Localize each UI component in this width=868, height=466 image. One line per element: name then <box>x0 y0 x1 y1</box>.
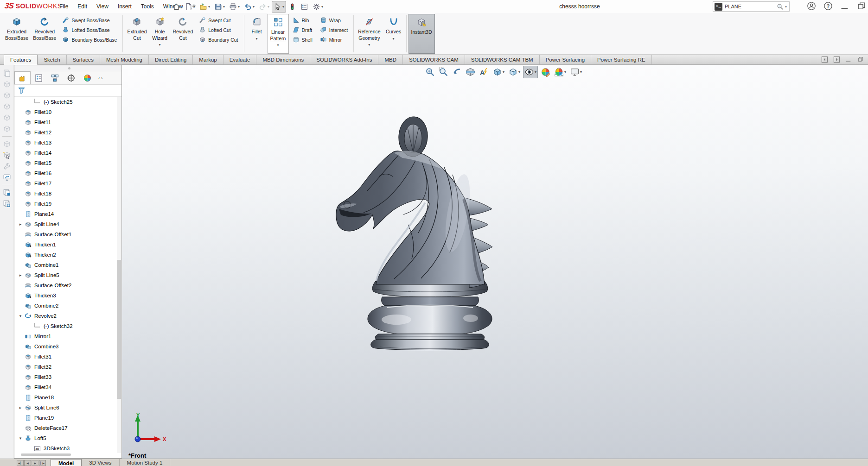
swept-cut-button[interactable]: Swept Cut <box>198 15 239 25</box>
select-cursor-button[interactable]: ▾ <box>272 1 286 13</box>
tab-mesh-modeling[interactable]: Mesh Modeling <box>100 55 149 64</box>
wrench-tool-button[interactable] <box>1 161 13 172</box>
undo-button[interactable]: ▾ <box>242 1 256 13</box>
tab-power-surfacing[interactable]: Power Surfacing <box>540 55 591 64</box>
intersect-button[interactable]: Intersect <box>319 25 349 35</box>
tab-sketch[interactable]: Sketch <box>38 55 66 64</box>
next-study-button[interactable]: ▶ <box>32 460 38 466</box>
instant3d-button[interactable]: Instant3D <box>408 14 435 54</box>
tree-item-combine2[interactable]: Combine2 <box>14 301 121 311</box>
bottom-tab-3d-views[interactable]: 3D Views <box>82 459 119 466</box>
tab-surfaces[interactable]: Surfaces <box>67 55 100 64</box>
tree-item-fillet10[interactable]: Fillet10 <box>14 107 121 117</box>
display-style-button[interactable]: ▾ <box>507 66 521 78</box>
dropdown-caret[interactable]: ▾ <box>535 70 536 74</box>
extruded-boss-button[interactable]: Extruded Boss/Base <box>3 14 31 54</box>
bottom-tab-model[interactable]: Model <box>51 459 82 466</box>
pages-tool-button[interactable] <box>1 68 13 79</box>
tree-item-surface-offset1[interactable]: Surface-Offset1 <box>14 229 121 239</box>
tab-mbd-dimensions[interactable]: MBD Dimensions <box>256 55 310 64</box>
tree-item-thicken1[interactable]: Thicken1 <box>14 239 121 250</box>
collapse-left-button[interactable] <box>821 56 828 63</box>
tree-item-fillet32[interactable]: Fillet32 <box>14 362 121 372</box>
curves-button[interactable]: Curves▾ <box>383 14 404 54</box>
tree-item-split-line5[interactable]: ▸Split Line5 <box>14 270 121 280</box>
tree-item-thicken3[interactable]: Thicken3 <box>14 290 121 301</box>
dropdown-caret[interactable]: ▾ <box>518 70 520 74</box>
new-document-button[interactable]: ▾ <box>183 1 197 13</box>
cube-tool-button[interactable] <box>1 101 13 112</box>
tree-item-fillet15[interactable]: Fillet15 <box>14 158 121 168</box>
rib-button[interactable]: Rib <box>291 15 314 25</box>
tree-item-fillet18[interactable]: Fillet18 <box>14 189 121 199</box>
tree-item-fillet33[interactable]: Fillet33 <box>14 372 121 382</box>
expanded-arrow-icon[interactable]: ▾ <box>17 314 24 318</box>
boundary-boss-button[interactable]: Boundary Boss/Base <box>61 35 118 44</box>
menu-tools[interactable]: Tools <box>136 1 159 12</box>
dropdown-caret[interactable]: ▾ <box>223 5 225 9</box>
tab-power-surfacing-re[interactable]: Power Surfacing RE <box>591 55 652 64</box>
tree-item-plane18[interactable]: Plane18 <box>14 392 121 403</box>
layers-alt-tool-button[interactable] <box>1 198 13 209</box>
dropdown-caret[interactable]: ▾ <box>268 5 269 9</box>
flyout-caret[interactable]: ▾ <box>159 41 160 47</box>
tree-item-fillet12[interactable]: Fillet12 <box>14 127 121 138</box>
tab-solidworks-cam-tbm[interactable]: SOLIDWORKS CAM TBM <box>465 55 540 64</box>
tab-mbd[interactable]: MBD <box>378 55 403 64</box>
dropdown-caret[interactable]: ▾ <box>321 5 323 9</box>
tree-item-split-line4[interactable]: ▸Split Line4 <box>14 219 121 229</box>
edit-appearance-button[interactable] <box>540 66 551 78</box>
cube-tool-button[interactable] <box>1 79 13 90</box>
tree-item-combine3[interactable]: Combine3 <box>14 341 121 352</box>
tree-filter-row[interactable] <box>14 85 121 97</box>
panel-tab-configurations[interactable] <box>47 71 63 84</box>
hide-show-items-button[interactable]: ▾ <box>523 66 538 78</box>
cube-tool-button[interactable] <box>1 123 13 134</box>
cube-tool-button[interactable] <box>1 139 13 150</box>
home-button[interactable] <box>171 1 182 13</box>
revolved-boss-button[interactable]: Revolved Boss/Base <box>31 14 58 54</box>
previous-view-button[interactable] <box>451 66 463 78</box>
filter-funnel-icon[interactable] <box>18 87 26 94</box>
linear-pattern-button[interactable]: Linear Pattern▾ <box>268 14 289 54</box>
selection-filter-button[interactable] <box>287 1 298 13</box>
fillet-button[interactable]: Fillet▾ <box>246 14 268 54</box>
dropdown-caret[interactable]: ▾ <box>564 70 566 74</box>
tree-item-revolve2[interactable]: ▾Revolve2 <box>14 311 121 321</box>
tree-item-fillet31[interactable]: Fillet31 <box>14 352 121 362</box>
panel-tab-dimxpert[interactable] <box>63 71 79 84</box>
monitor-tool-button[interactable] <box>1 172 13 183</box>
open-button[interactable]: ▾ <box>198 1 212 13</box>
reference-geometry-button[interactable]: Reference Geometry▾ <box>356 14 383 54</box>
tree-item-plane19[interactable]: Plane19 <box>14 413 121 423</box>
previous-study-button[interactable]: ◀ <box>24 460 31 466</box>
revolved-cut-button[interactable]: Revolved Cut <box>171 14 196 54</box>
swept-boss-button[interactable]: Swept Boss/Base <box>61 15 118 25</box>
collapse-right-button[interactable] <box>833 56 840 63</box>
collapsed-arrow-icon[interactable]: ▸ <box>17 405 24 410</box>
tree-item-thicken2[interactable]: Thicken2 <box>14 250 121 260</box>
minimize-button[interactable] <box>840 1 849 11</box>
hole-wizard-button[interactable]: Hole Wizard▾ <box>149 14 171 54</box>
tree-item-fillet17[interactable]: Fillet17 <box>14 178 121 189</box>
tree-item-fillet14[interactable]: Fillet14 <box>14 148 121 158</box>
search-dropdown-icon[interactable]: ▾ <box>785 5 787 9</box>
last-study-button[interactable]: ▏▶ <box>39 460 46 466</box>
tree-item-fillet13[interactable]: Fillet13 <box>14 138 121 148</box>
redo-button[interactable]: ▾ <box>257 1 271 13</box>
cube-tool-button[interactable] <box>1 90 13 101</box>
wrap-button[interactable]: Wrap <box>319 15 349 25</box>
flyout-caret[interactable]: ▾ <box>255 35 257 41</box>
menu-edit[interactable]: Edit <box>73 1 92 12</box>
graphics-viewport[interactable]: A▾▾▾▾▾ <box>122 65 868 459</box>
search-box[interactable]: >_ PLANE ▾ <box>713 1 790 12</box>
panel-tab-feature-tree[interactable] <box>14 71 31 84</box>
options-gear-button[interactable]: ▾ <box>311 1 325 13</box>
tree-item-sketch25[interactable]: (-) Sketch25 <box>14 97 121 107</box>
panel-tab-display-manager[interactable] <box>79 71 96 84</box>
menu-insert[interactable]: Insert <box>113 1 136 12</box>
tab-solidworks-add-ins[interactable]: SOLIDWORKS Add-Ins <box>310 55 378 64</box>
print-button[interactable]: ▾ <box>227 1 242 13</box>
collapsed-arrow-icon[interactable]: ▸ <box>17 222 24 227</box>
zoom-area-button[interactable] <box>438 66 449 78</box>
